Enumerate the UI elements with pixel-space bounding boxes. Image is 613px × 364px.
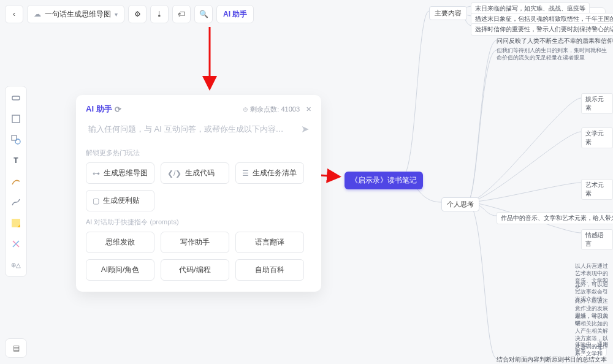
back-button[interactable]: ‹ [5,5,23,23]
ai-panel-title: AI 助手 ⟳ [86,104,121,115]
action-generate-sticky[interactable]: ▢生成便利贴 [86,190,154,211]
action-generate-tasklist[interactable]: ☰生成任务清单 [235,162,304,184]
search-icon: 🔍 [199,10,208,18]
mindmap-blurb: 体验中，通用责章 [575,341,613,355]
svg-point-3 [15,139,20,144]
download-icon: ⭳ [156,10,163,18]
action-generate-mindmap[interactable]: ⊶生成思维导图 [86,162,154,184]
prompts-label: AI 对话助手快捷指令 (prompts) [86,218,311,227]
doc-title-chip[interactable]: ☁ 一句话生成思维导图 ▾ [27,5,124,23]
mindmap-rightcol[interactable]: 情感语言 [581,229,613,250]
settings-button[interactable]: ⚙ [128,5,147,23]
annotation-arrow-1 [186,25,235,92]
tool-text[interactable]: T [9,153,23,169]
tag-button[interactable]: 🏷 [172,5,191,23]
mindmap-section-2[interactable]: 个人思考 [441,197,479,211]
sticky-icon: ▢ [93,197,99,205]
tool-connector[interactable] [9,194,23,210]
action-generate-code[interactable]: ❮/❯生成代码 [161,162,229,184]
mindmap-leaf[interactable]: 问问反映了人类不断生态不幸的后果和信仰的重要性 [497,37,613,45]
cloud-icon: ☁ [34,10,41,18]
tool-shape[interactable] [9,132,23,148]
hot-actions-label: 解锁更多热门玩法 [86,148,311,157]
refresh-icon[interactable]: ⟳ [115,105,121,114]
mindmap-rightcol[interactable]: 文学元素 [581,127,613,148]
left-tool-rail: T ⊕△ [5,86,27,277]
prompt-wiki[interactable]: 自助百科 [235,259,304,281]
layers-icon: ▤ [13,344,20,352]
ai-input-row: ➤ [86,119,311,142]
ai-assistant-panel: AI 助手 ⟳ ⊙ 剩余点数: 41003 ✕ ➤ 解锁更多热门玩法 ⊶生成思维… [76,95,321,292]
mindmap-root[interactable]: 《启示录》读书笔记 [345,172,423,189]
tasklist-icon: ☰ [242,169,249,178]
mindmap-rightcol[interactable]: 艺术元素 [581,179,613,200]
tool-more[interactable]: ⊕△ [9,257,23,273]
tool-sticky[interactable] [9,215,23,231]
chevron-left-icon: ‹ [13,10,15,18]
chevron-down-icon: ▾ [115,11,118,18]
tool-cross[interactable] [9,236,23,252]
export-button[interactable]: ⭳ [150,5,169,23]
close-button[interactable]: ✕ [306,105,311,113]
top-toolbar: ‹ ☁ 一句话生成思维导图 ▾ ⚙ ⭳ 🏷 🔍 AI 助手 [5,5,254,23]
layers-button[interactable]: ▤ [5,338,27,358]
prompt-write[interactable]: 写作助手 [161,232,229,253]
search-button[interactable]: 🔍 [194,5,213,23]
doc-title: 一句话生成思维导图 [45,9,111,20]
mindmap-footer[interactable]: 结合对前面内容判断原则书目的总结文本 [497,355,607,364]
points-remaining: ⊙ 剩余点数: 41003 [243,105,300,114]
mindmap-leaf[interactable]: 选择时信仰的重要性，警示人们要时刻保持警心的话题 [471,23,613,36]
tool-node[interactable] [9,90,23,106]
tool-pen[interactable] [9,173,23,189]
code-icon: ❮/❯ [167,169,181,178]
prompt-diverge[interactable]: 思维发散 [86,232,154,253]
send-button[interactable]: ➤ [301,123,309,135]
ai-assistant-link[interactable]: AI 助手 [216,5,254,23]
svg-rect-0 [12,96,20,100]
mindmap-icon: ⊶ [93,169,100,178]
mindmap-leaf[interactable]: 但我们等待别人的生日的到来，集时间就和生命价值的流失的无足轻量在读者眼里 [497,47,607,61]
prompt-translate[interactable]: 语言翻译 [235,232,304,253]
prompt-coding[interactable]: 代码/编程 [161,259,229,281]
tag-icon: 🏷 [178,10,185,18]
tool-frame[interactable] [9,111,23,127]
mindmap-leaf[interactable]: 作品中的音乐、文学和艺术元素，给人带来惊险的感知感悟 [497,212,613,224]
ai-prompt-input[interactable] [88,124,296,134]
prompt-role[interactable]: AI顾问/角色 [86,259,154,281]
gear-icon: ⚙ [134,10,141,18]
mindmap-section-1[interactable]: 主要内容 [429,6,467,20]
svg-rect-1 [12,115,20,123]
mindmap-rightcol[interactable]: 娱乐元素 [581,93,613,114]
